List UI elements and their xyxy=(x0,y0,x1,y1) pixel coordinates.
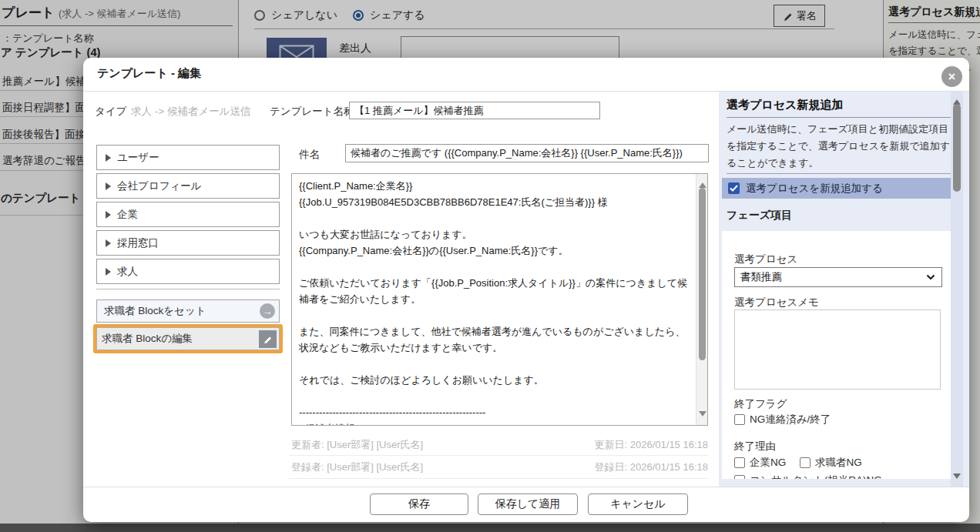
add-process-checkbox-row[interactable]: 選考プロセスを新規追加する xyxy=(722,178,953,199)
checkbox-checked-icon[interactable] xyxy=(728,182,740,194)
phase-section-heading: フェーズ項目 xyxy=(727,209,792,223)
end-reason-option-label: コンサルタント(担当RA)NG xyxy=(750,473,882,479)
end-flag-label: 終了フラグ xyxy=(734,397,787,411)
accordion-user[interactable]: ユーザー xyxy=(96,145,280,170)
close-icon[interactable]: × xyxy=(941,66,962,87)
divider xyxy=(289,478,708,479)
checkbox-icon[interactable] xyxy=(734,457,745,468)
divider xyxy=(83,487,969,487)
accordion-label: 会社プロフィール xyxy=(117,179,202,193)
chevron-down-icon xyxy=(926,274,935,280)
process-select[interactable]: 書類推薦 xyxy=(734,267,942,287)
app-screen: プレート (求人 -> 候補者メール送信) ：テンプレート名称 ア テンプレート… xyxy=(0,0,980,532)
updated-by: 更新者: [User部署] [User氏名] xyxy=(291,439,423,450)
accordion-label: ユーザー xyxy=(117,151,159,165)
accordion-label: 企業 xyxy=(117,208,138,222)
cancel-button[interactable]: キャンセル xyxy=(588,494,688,515)
process-panel-title: 選考プロセス新規追加 xyxy=(727,98,843,112)
template-name-label: テンプレート名称 xyxy=(270,105,354,119)
add-process-checkbox-label: 選考プロセスを新規追加する xyxy=(746,182,883,196)
accordion-company-profile[interactable]: 会社プロフィール xyxy=(96,173,280,199)
process-memo-label: 選考プロセスメモ xyxy=(734,296,819,309)
end-reason-option-label: 企業NG xyxy=(750,456,786,470)
accordion-recruit-window[interactable]: 採用窓口 xyxy=(96,230,280,256)
jobseeker-block-edit-label: 求職者 Blockの編集 xyxy=(102,332,193,346)
body-text: {{Client.P_Name:企業名}} {{Job.U_957319B084… xyxy=(299,178,688,426)
subject-input[interactable] xyxy=(345,144,709,162)
scrollbar-thumb[interactable] xyxy=(953,104,961,192)
divider xyxy=(289,455,708,456)
type-label: タイプ xyxy=(95,105,126,119)
subject-label: 件名 xyxy=(299,148,320,162)
created-at: 登録日: 2026/01/15 16:18 xyxy=(595,460,708,474)
divider xyxy=(96,289,280,289)
end-flag-option-label: NG連絡済み/終了 xyxy=(750,413,831,427)
arrow-right-icon: → xyxy=(260,303,275,319)
jobseeker-block-set-label: 求職者 Blockをセット xyxy=(104,304,206,318)
save-button[interactable]: 保存 xyxy=(370,494,468,515)
save-and-apply-button[interactable]: 保存して適用 xyxy=(478,494,578,515)
end-reason-label: 終了理由 xyxy=(734,440,776,453)
scroll-down-icon[interactable] xyxy=(953,473,961,483)
process-panel-description: メール送信時に、フェーズ項目と初期値設定項目を指定することで、選考プロセスを新規… xyxy=(727,121,958,172)
updated-at: 更新日: 2026/01/15 16:18 xyxy=(595,438,708,452)
accordion-label: 採用窓口 xyxy=(117,236,159,250)
body-textarea[interactable]: {{Client.P_Name:企業名}} {{Job.U_957319B084… xyxy=(291,173,708,426)
jobseeker-block-set-button[interactable]: 求職者 Blockをセット → xyxy=(96,299,280,323)
end-flag-checkbox-row[interactable]: NG連絡済み/終了 xyxy=(734,413,831,427)
checkbox-icon[interactable] xyxy=(734,414,745,425)
created-meta-row: 登録者: [User部署] [User氏名] 登録日: 2026/01/15 1… xyxy=(291,460,708,474)
jobseeker-block-edit-highlight: 求職者 Blockの編集 xyxy=(93,324,283,353)
end-reason-jobseeker-ng[interactable]: 求職者NG xyxy=(800,456,862,470)
modal-title: テンプレート - 編集 xyxy=(97,66,201,81)
updated-meta-row: 更新者: [User部署] [User氏名] 更新日: 2026/01/15 1… xyxy=(291,438,708,452)
scroll-down-icon[interactable] xyxy=(699,411,706,420)
body-scrollbar[interactable] xyxy=(696,174,707,425)
process-add-panel: 選考プロセス新規追加 メール送信時に、フェーズ項目と初期値設定項目を指定すること… xyxy=(719,92,969,487)
end-reason-consultant-ng[interactable]: コンサルタント(担当RA)NG xyxy=(734,473,882,479)
process-select-label: 選考プロセス xyxy=(734,253,797,266)
checkbox-icon[interactable] xyxy=(734,475,745,479)
accordion-job[interactable]: 求人 xyxy=(96,259,280,284)
checkbox-icon[interactable] xyxy=(800,457,811,468)
type-value: 求人 -> 候補者メール送信 xyxy=(131,105,251,119)
divider xyxy=(727,173,954,174)
divider xyxy=(727,117,954,118)
scroll-up-icon[interactable] xyxy=(699,179,706,188)
process-select-value: 書類推薦 xyxy=(740,270,782,284)
end-reason-client-ng[interactable]: 企業NG xyxy=(734,456,786,470)
accordion-client[interactable]: 企業 xyxy=(96,202,280,227)
process-memo-textarea[interactable] xyxy=(734,309,941,390)
accordion-label: 求人 xyxy=(117,265,138,279)
template-name-input[interactable] xyxy=(349,102,600,119)
pencil-icon xyxy=(259,330,277,348)
template-edit-modal: テンプレート - 編集 × タイプ 求人 -> 候補者メール送信 テンプレート名… xyxy=(83,58,969,522)
end-reason-option-label: 求職者NG xyxy=(815,456,862,470)
panel-scrollbar[interactable] xyxy=(951,92,963,487)
scrollbar-thumb[interactable] xyxy=(699,188,706,360)
phase-fields-box: 選考プロセス 書類推薦 選考プロセスメモ 終了フラグ NG連絡済み/終了 終了理… xyxy=(722,231,955,479)
jobseeker-block-edit-button[interactable]: 求職者 Blockの編集 xyxy=(96,327,280,350)
created-by: 登録者: [User部署] [User氏名] xyxy=(291,461,423,473)
